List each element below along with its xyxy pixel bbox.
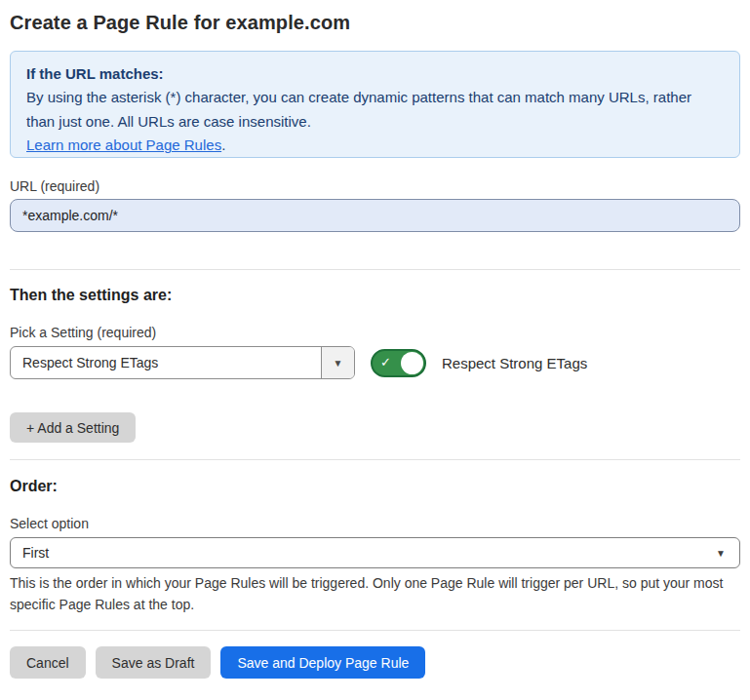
order-select[interactable]: First ▼ [10, 537, 740, 568]
info-box-link-line: Learn more about Page Rules. [26, 134, 724, 157]
settings-section-heading: Then the settings are: [10, 287, 740, 304]
cancel-button[interactable]: Cancel [10, 646, 86, 679]
link-suffix: . [221, 136, 225, 153]
url-input[interactable] [10, 199, 740, 232]
section-divider [10, 269, 740, 270]
order-select-value: First [22, 545, 49, 561]
chevron-down-icon: ▼ [716, 548, 726, 559]
url-field-label: URL (required) [10, 178, 740, 194]
create-page-rule-form: Create a Page Rule for example.com If th… [0, 0, 750, 679]
chevron-down-icon: ▼ [321, 347, 354, 378]
order-help-text: This is the order in which your Page Rul… [10, 573, 736, 615]
save-draft-button[interactable]: Save as Draft [96, 646, 212, 679]
check-icon: ✓ [380, 355, 391, 369]
pick-setting-label: Pick a Setting (required) [10, 325, 740, 340]
url-matches-info-box: If the URL matches: By using the asteris… [10, 51, 740, 158]
setting-select-value: Respect Strong ETags [11, 355, 158, 370]
order-select-label: Select option [10, 516, 740, 531]
info-box-heading: If the URL matches: [26, 62, 724, 86]
setting-row: Respect Strong ETags ▼ ✓ Respect Strong … [10, 346, 740, 379]
info-box-body: By using the asterisk (*) character, you… [26, 86, 724, 134]
learn-more-link[interactable]: Learn more about Page Rules [26, 136, 221, 153]
footer-divider [10, 630, 740, 631]
etags-toggle[interactable]: ✓ [371, 349, 426, 377]
footer-actions: Cancel Save as Draft Save and Deploy Pag… [10, 646, 740, 679]
page-title: Create a Page Rule for example.com [10, 12, 740, 34]
add-setting-button[interactable]: + Add a Setting [10, 412, 136, 443]
setting-select[interactable]: Respect Strong ETags ▼ [10, 346, 355, 379]
order-section-heading: Order: [10, 478, 740, 495]
etags-toggle-label: Respect Strong ETags [442, 355, 587, 371]
save-deploy-button[interactable]: Save and Deploy Page Rule [220, 646, 425, 679]
toggle-knob [401, 352, 423, 374]
section-divider [10, 459, 740, 460]
